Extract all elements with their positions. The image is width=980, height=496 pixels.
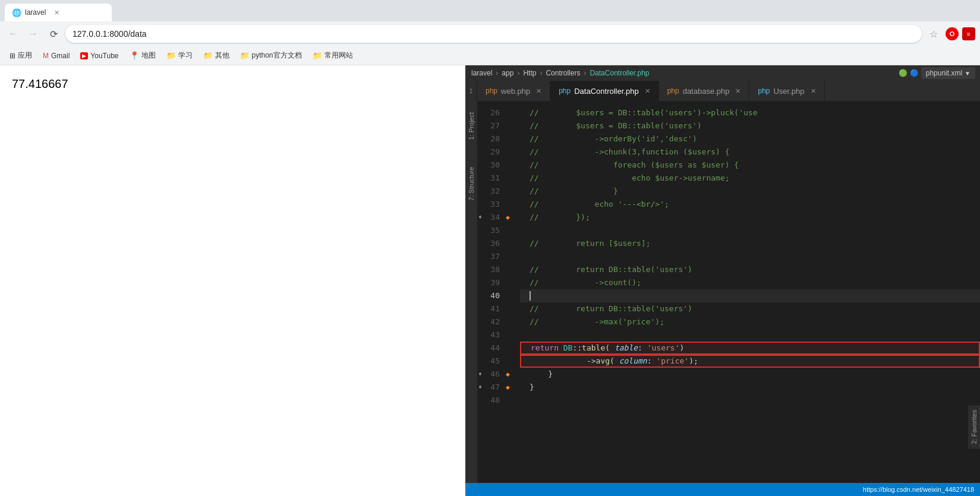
line-num-29: 29 <box>477 146 506 159</box>
gutter-32 <box>506 185 518 198</box>
gutter-47: ◆ <box>506 381 518 394</box>
dc-tab-close[interactable]: ✕ <box>645 87 650 95</box>
code-line-41: // return DB::table('users') <box>520 302 980 315</box>
code-content-wrapper: ◆ ◆ ◆ <box>506 106 980 478</box>
bookmark-other-label: 其他 <box>215 50 229 61</box>
bookmark-gmail-label: Gmail <box>51 52 70 60</box>
bookmark-34-icon: ◆ <box>506 214 510 220</box>
bookmark-other[interactable]: 📁 其他 <box>198 49 234 62</box>
db-tab-close[interactable]: ✕ <box>735 87 740 95</box>
user-tab-icon: php <box>758 87 770 95</box>
favorites-panel-label[interactable]: 2: Favorites <box>968 405 980 448</box>
bookmark-common[interactable]: 📁 常用网站 <box>308 49 358 62</box>
code-area: 1: Project 7: Structure 26 27 28 29 30 3… <box>465 102 980 483</box>
line-num-41: 41 <box>477 302 506 315</box>
line-num-26: 26 <box>477 106 506 119</box>
code-line-42: // ->max('price'); <box>520 315 980 328</box>
common-icon: 📁 <box>313 51 322 60</box>
gutter-26 <box>506 106 518 119</box>
gutter-33 <box>506 198 518 211</box>
code-line-36: // return [$users]; <box>520 237 980 250</box>
back-button[interactable]: ← <box>5 26 21 42</box>
bc-app[interactable]: app <box>502 69 513 77</box>
bc-datacontroller[interactable]: DataController.php <box>590 69 649 77</box>
code-line-28: // ->orderBy('id','desc') <box>520 132 980 146</box>
ide-tab-web[interactable]: php web.php ✕ <box>477 81 550 102</box>
gutter-38 <box>506 263 518 276</box>
bc-laravel[interactable]: laravel <box>471 69 492 77</box>
bookmark-46-icon: ◆ <box>506 371 510 377</box>
line-num-40: 40 <box>477 289 506 302</box>
bookmark-youtube[interactable]: ▶ YouTube <box>75 50 123 62</box>
ide-tab-database[interactable]: php database.php ✕ <box>659 81 750 102</box>
gutter-42 <box>506 315 518 328</box>
dropdown-arrow-icon: ▼ <box>965 70 970 77</box>
tab-close-icon[interactable]: ✕ <box>54 9 59 17</box>
bookmark-maps[interactable]: 📍 地图 <box>125 49 160 62</box>
bc-http[interactable]: Http <box>523 69 536 77</box>
code-line-38: // return DB::table('users') <box>520 263 980 276</box>
bookmark-python[interactable]: 📁 python官方文档 <box>235 49 307 62</box>
menu-button[interactable]: ≡ <box>962 27 975 40</box>
line-num-27: 27 <box>477 119 506 132</box>
bookmark-common-label: 常用网站 <box>324 50 353 61</box>
phpunit-label: phpunit.xml <box>926 69 962 77</box>
bookmark-study[interactable]: 📁 学习 <box>162 49 197 62</box>
bookmark-study-label: 学习 <box>178 50 193 61</box>
ide: laravel › app › Http › Controllers › Dat… <box>465 65 980 496</box>
address-input[interactable] <box>65 25 922 43</box>
web-tab-close[interactable]: ✕ <box>536 87 541 95</box>
gutter-31 <box>506 172 518 185</box>
bookmark-apps-label: 应用 <box>18 50 32 61</box>
ide-breadcrumb: laravel › app › Http › Controllers › Dat… <box>465 65 899 81</box>
line-num-34: 34 <box>477 211 506 224</box>
line-num-32: 32 <box>477 185 506 198</box>
line-num-42: 42 <box>477 315 506 328</box>
line-num-47: 47 <box>477 381 506 394</box>
safari-icon: 🔵 <box>910 69 919 77</box>
ide-tab-datacontroller[interactable]: php DataController.php ✕ <box>550 81 658 102</box>
code-line-47: } <box>520 381 980 394</box>
gutter-27 <box>506 119 518 132</box>
address-bar-row: ← → ⟳ ☆ O ≡ <box>0 21 980 46</box>
browser-tab-active[interactable]: 🌐 laravel ✕ <box>5 4 112 21</box>
code-text-area[interactable]: // $users = DB::table('users')->pluck('u… <box>518 106 980 478</box>
line-num-38: 38 <box>477 263 506 276</box>
tab-favicon: 🌐 <box>12 8 21 17</box>
opera-icon: O <box>946 27 959 40</box>
bookmark-python-label: python官方文档 <box>252 50 302 61</box>
ide-tab-user[interactable]: php User.php ✕ <box>749 81 824 102</box>
bookmark-maps-label: 地图 <box>141 50 156 61</box>
user-tab-close[interactable]: ✕ <box>811 87 816 95</box>
project-panel-toggle[interactable]: 1 <box>465 81 477 102</box>
code-line-45: ->avg( column: 'price'); <box>520 355 980 368</box>
bookmark-apps[interactable]: ⊞ 应用 <box>5 49 37 62</box>
bc-controllers[interactable]: Controllers <box>546 69 580 77</box>
gutter-34: ◆ <box>506 211 518 224</box>
gutter-41 <box>506 302 518 315</box>
bookmark-star-button[interactable]: ☆ <box>925 26 942 42</box>
db-tab-icon: php <box>667 87 679 95</box>
ide-statusbar: https://blog.csdn.net/weixin_44827418 <box>465 483 980 496</box>
code-line-31: // echo $user->username; <box>520 172 980 185</box>
project-panel-label[interactable]: 1: Project <box>466 108 477 144</box>
structure-panel-label[interactable]: 7: Structure <box>466 162 477 206</box>
bookmark-gmail[interactable]: M Gmail <box>38 50 74 62</box>
maps-icon: 📍 <box>130 51 139 60</box>
code-line-34: // }); <box>520 211 980 224</box>
bookmark-youtube-label: YouTube <box>90 52 118 60</box>
forward-button[interactable]: → <box>25 26 42 42</box>
code-line-33: // echo '---<br/>'; <box>520 198 980 211</box>
ide-tabs: 1 php web.php ✕ php DataController.php ✕… <box>465 81 980 102</box>
line-num-31: 31 <box>477 172 506 185</box>
code-lines[interactable]: ◆ ◆ ◆ <box>506 102 980 483</box>
reload-button[interactable]: ⟳ <box>45 26 62 42</box>
page-value: 77.416667 <box>12 77 68 90</box>
phpunit-tab[interactable]: phpunit.xml ▼ <box>921 67 975 79</box>
gutter-icons: ◆ ◆ ◆ <box>506 106 518 478</box>
code-line-30: // foreach ($users as $user) { <box>520 159 980 172</box>
gutter-36 <box>506 237 518 250</box>
gutter-39 <box>506 276 518 289</box>
statusbar-url: https://blog.csdn.net/weixin_44827418 <box>863 486 974 493</box>
gmail-icon: M <box>43 52 49 60</box>
